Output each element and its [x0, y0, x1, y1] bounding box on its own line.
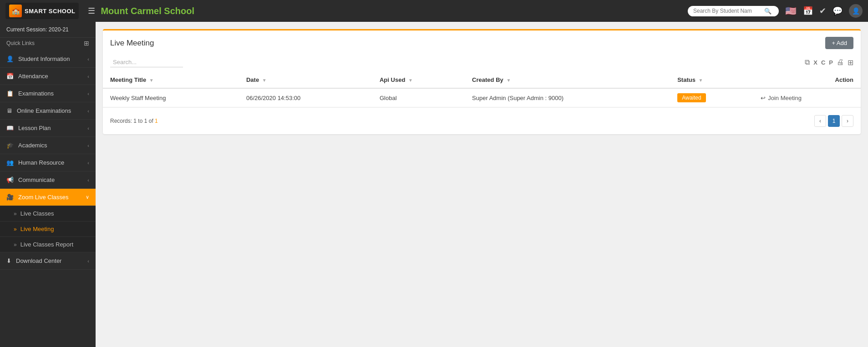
sidebar-label-lesson-plan: Lesson Plan	[18, 125, 51, 131]
sidebar-item-download-center[interactable]: ⬇ Download Center ‹	[0, 252, 96, 270]
sidebar-subitem-live-classes[interactable]: » Live Classes	[0, 206, 96, 221]
chevron-icon: ‹	[87, 56, 89, 62]
hr-icon: 👥	[6, 159, 14, 166]
cell-api-used: Global	[372, 88, 465, 107]
bullet-icon: »	[14, 226, 17, 232]
sidebar: Current Session: 2020-21 Quick Links ⊞ 👤…	[0, 22, 96, 347]
cell-status: Awaited	[670, 88, 753, 107]
hamburger-button[interactable]: ☰	[88, 6, 95, 16]
communicate-icon: 📢	[6, 176, 14, 183]
chevron-icon: ‹	[87, 258, 89, 264]
sidebar-item-student-information[interactable]: 👤 Student Information ‹	[0, 50, 96, 68]
col-api-used: Api Used ▼	[372, 72, 465, 88]
sidebar-label-academics: Academics	[18, 142, 47, 149]
flag-icon[interactable]: 🇺🇸	[785, 5, 797, 16]
content-area: Live Meeting + Add ⧉ X C P 🖨 ⊞	[96, 22, 868, 347]
logo-text: SMART SCHOOL	[25, 8, 75, 15]
next-page-button[interactable]: ›	[842, 115, 853, 127]
col-created-by: Created By ▼	[465, 72, 670, 88]
sort-icon: ▼	[506, 78, 511, 83]
content-card: Live Meeting + Add ⧉ X C P 🖨 ⊞	[103, 29, 861, 134]
cell-meeting-title: Weekly Staff Meeting	[103, 88, 239, 107]
sort-icon: ▼	[262, 78, 267, 83]
search-input[interactable]	[693, 8, 761, 14]
copy-icon[interactable]: ⧉	[805, 58, 810, 66]
whatsapp-icon[interactable]: 💬	[832, 6, 843, 16]
join-icon: ↩	[761, 95, 766, 101]
records-count: 1	[155, 118, 158, 124]
sidebar-sublabel-live-classes: Live Classes	[20, 210, 54, 217]
sidebar-item-academics[interactable]: 🎓 Academics ‹	[0, 137, 96, 154]
logo-icon: 🏫	[9, 5, 22, 17]
sidebar-label-download-center: Download Center	[16, 257, 61, 264]
sidebar-item-online-examinations[interactable]: 🖥 Online Examinations ‹	[0, 102, 96, 120]
student-icon: 👤	[6, 55, 14, 62]
sidebar-item-lesson-plan[interactable]: 📖 Lesson Plan ‹	[0, 120, 96, 137]
sidebar-sublabel-live-classes-report: Live Classes Report	[20, 241, 73, 248]
chevron-icon: ‹	[87, 108, 89, 114]
sidebar-item-human-resource[interactable]: 👥 Human Resource ‹	[0, 154, 96, 171]
col-date: Date ▼	[239, 72, 372, 88]
prev-page-button[interactable]: ‹	[814, 115, 826, 127]
chevron-icon: ‹	[87, 126, 89, 131]
chevron-icon: ‹	[87, 143, 89, 148]
top-header: 🏫 SMART SCHOOL ☰ Mount Carmel School 🔍 🇺…	[0, 0, 868, 22]
join-meeting-button[interactable]: ↩ Join Meeting	[761, 95, 802, 101]
sort-icon: ▼	[699, 78, 703, 83]
col-meeting-title: Meeting Title ▼	[103, 72, 239, 88]
sidebar-label-communicate: Communicate	[18, 176, 55, 183]
records-pagination-row: Records: 1 to 1 of 1 ‹ 1 ›	[103, 107, 861, 134]
print-icon[interactable]: 🖨	[837, 58, 844, 66]
csv-icon[interactable]: C	[821, 59, 825, 66]
grid-icon[interactable]: ⊞	[84, 40, 89, 47]
columns-icon[interactable]: ⊞	[848, 58, 853, 67]
session-info: Current Session: 2020-21	[0, 22, 96, 38]
sidebar-sublabel-live-meeting: Live Meeting	[20, 226, 54, 232]
logo-area[interactable]: 🏫 SMART SCHOOL	[5, 3, 79, 19]
sort-icon: ▼	[149, 78, 154, 83]
excel-icon[interactable]: X	[813, 59, 817, 66]
bullet-icon: »	[14, 241, 17, 248]
attendance-icon: 📅	[6, 73, 14, 80]
cell-date: 06/26/2020 14:53:00	[239, 88, 372, 107]
records-info: Records: 1 to 1 of 1	[103, 113, 165, 129]
chevron-icon: ‹	[87, 177, 89, 183]
bullet-icon: »	[14, 211, 17, 217]
lesson-icon: 📖	[6, 125, 14, 131]
chevron-icon: ‹	[87, 91, 89, 96]
card-toolbar: ⧉ X C P 🖨 ⊞	[103, 54, 861, 72]
checkmark-icon[interactable]: ✔	[819, 6, 826, 16]
calendar-icon[interactable]: 📅	[803, 6, 813, 16]
sidebar-item-attendance[interactable]: 📅 Attendance ‹	[0, 68, 96, 85]
main-layout: Current Session: 2020-21 Quick Links ⊞ 👤…	[0, 22, 868, 347]
sidebar-label-zoom-live-classes: Zoom Live Classes	[18, 194, 69, 201]
search-icon: 🔍	[764, 8, 772, 15]
search-box[interactable]: 🔍	[688, 6, 779, 16]
table-search-input[interactable]	[110, 57, 183, 67]
sidebar-label-examinations: Examinations	[18, 90, 54, 97]
sort-icon: ▼	[408, 78, 413, 83]
add-button[interactable]: + Add	[825, 37, 853, 49]
sidebar-item-communicate[interactable]: 📢 Communicate ‹	[0, 171, 96, 189]
zoom-icon: 🎥	[6, 194, 14, 201]
cell-action[interactable]: ↩ Join Meeting	[753, 88, 861, 107]
header-right: 🔍 🇺🇸 📅 ✔ 💬 👤	[688, 4, 863, 18]
pdf-icon[interactable]: P	[829, 59, 833, 66]
download-icon: ⬇	[6, 257, 11, 264]
col-status: Status ▼	[670, 72, 753, 88]
sidebar-label-student-information: Student Information	[18, 55, 70, 62]
avatar[interactable]: 👤	[849, 4, 863, 18]
sidebar-subitem-live-meeting[interactable]: » Live Meeting	[0, 221, 96, 237]
table-actions: ⧉ X C P 🖨 ⊞	[805, 58, 853, 67]
status-badge: Awaited	[677, 93, 706, 102]
quick-links-row: Quick Links ⊞	[0, 38, 96, 50]
sidebar-item-zoom-live-classes[interactable]: 🎥 Zoom Live Classes ∨	[0, 189, 96, 206]
sidebar-item-examinations[interactable]: 📋 Examinations ‹	[0, 85, 96, 102]
table-row: Weekly Staff Meeting 06/26/2020 14:53:00…	[103, 88, 861, 107]
examinations-icon: 📋	[6, 90, 14, 97]
chevron-down-icon: ∨	[86, 194, 89, 200]
current-page-button[interactable]: 1	[828, 115, 840, 127]
quick-links-label: Quick Links	[6, 40, 35, 46]
sidebar-subitem-live-classes-report[interactable]: » Live Classes Report	[0, 237, 96, 252]
online-exam-icon: 🖥	[6, 107, 12, 114]
